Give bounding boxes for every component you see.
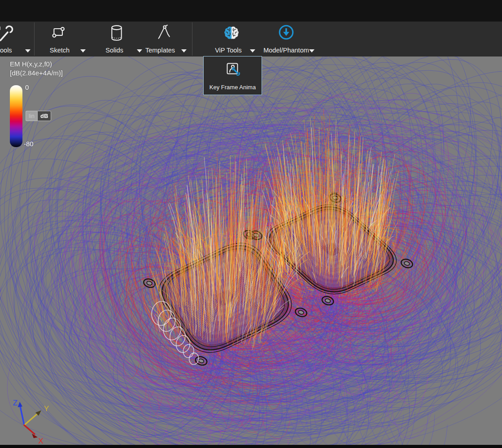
scale-toggle: lin dB	[26, 111, 51, 121]
compass-icon	[156, 25, 171, 40]
sketch-icon	[51, 25, 66, 40]
toolbar-divider	[34, 22, 35, 56]
scale-option-lin[interactable]: lin	[26, 111, 37, 121]
dropdown-item-label[interactable]: Key Frame Anima	[204, 84, 262, 91]
title-bar	[0, 0, 502, 22]
app-window: ools Sketch Solids	[0, 0, 502, 448]
bottom-bar	[0, 445, 502, 448]
toolbar-item-label: Sketch	[43, 47, 77, 54]
colorbar-max-label: 0	[25, 83, 29, 91]
toolbar-item-model-phantom[interactable]: Model/Phantom	[261, 22, 316, 57]
toolbar-item-tools[interactable]: ools	[0, 22, 36, 57]
toolbar-item-sketch[interactable]: Sketch	[43, 22, 90, 57]
toolbar-item-label: Templates	[144, 47, 176, 54]
chevron-down-icon[interactable]	[181, 49, 187, 52]
3d-viewport-canvas[interactable]	[0, 57, 502, 445]
colorbar	[10, 85, 22, 147]
legend-title-units: [dB(2.84e+4A/m)]	[10, 69, 63, 77]
toolbar-item-label: ViP Tools	[203, 47, 254, 54]
toolbar-divider	[192, 22, 192, 56]
toolbar-item-label: ools	[0, 47, 12, 54]
axis-label-x: X	[38, 437, 43, 445]
toolbar-item-solids[interactable]: Solids	[96, 22, 144, 57]
legend-title-quantity: EM H(x,y,z,f0)	[10, 60, 52, 68]
ribbon-toolbar: ools Sketch Solids	[0, 22, 502, 57]
keyframe-animation-icon	[225, 61, 241, 78]
toolbar-item-label: Model/Phantom	[263, 47, 310, 54]
scale-option-db[interactable]: dB	[37, 111, 51, 121]
chevron-down-icon[interactable]	[309, 49, 314, 52]
cylinder-icon	[110, 24, 123, 42]
toolbar-item-label: Solids	[96, 47, 133, 54]
colorbar-min-label: -80	[24, 140, 34, 148]
tools-icon	[0, 22, 21, 45]
download-circle-icon	[278, 24, 295, 41]
toolbar-item-vip-tools[interactable]: ViP Tools	[203, 22, 258, 57]
chevron-down-icon[interactable]	[137, 49, 142, 52]
chevron-down-icon[interactable]	[250, 49, 255, 52]
chevron-down-icon[interactable]	[25, 49, 31, 52]
toolbar-item-templates[interactable]: Templates	[145, 22, 190, 57]
chevron-down-icon[interactable]	[80, 49, 86, 52]
dropdown-panel-key-frame[interactable]: Key Frame Anima	[203, 56, 262, 95]
brain-icon	[223, 26, 240, 40]
axis-triad: Z Y X	[7, 396, 57, 446]
axis-label-z: Z	[13, 399, 17, 407]
axis-label-y: Y	[44, 405, 49, 413]
